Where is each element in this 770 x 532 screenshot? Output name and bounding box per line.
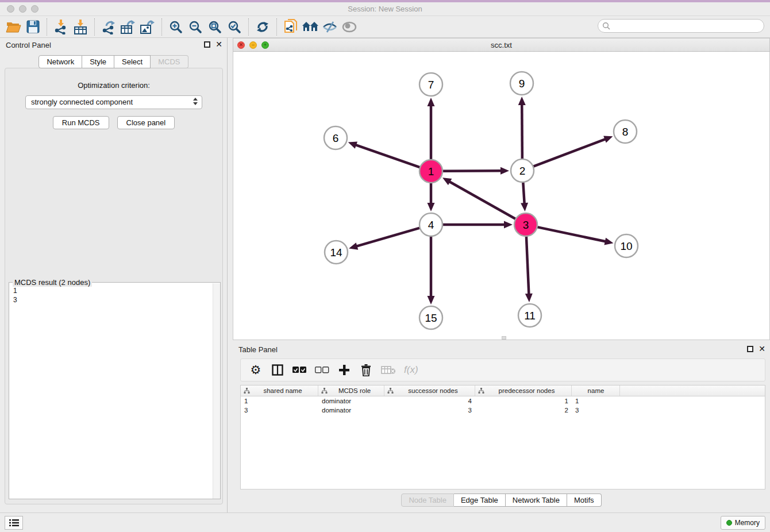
column-header-name[interactable]: name (572, 385, 620, 396)
select-all-columns-button[interactable] (292, 362, 307, 378)
graph-edge-4-14[interactable] (356, 228, 420, 246)
graphics-details-button[interactable] (320, 18, 340, 36)
export-table-button[interactable] (118, 18, 138, 36)
network-window-titlebar[interactable]: ✕ − + scc.txt (233, 38, 770, 52)
create-column-button[interactable] (337, 362, 351, 378)
memory-button[interactable]: Memory (721, 516, 765, 530)
close-panel-button[interactable]: Close panel (117, 116, 175, 129)
graph-node-7[interactable]: 7 (419, 73, 442, 96)
graph-node-11[interactable]: 11 (518, 304, 541, 327)
delete-table-button[interactable] (381, 362, 396, 378)
graph-node-14[interactable]: 14 (325, 241, 348, 264)
table-cell[interactable]: dominator (318, 406, 384, 415)
delete-column-button[interactable] (359, 362, 373, 378)
table-cell[interactable]: 3 (241, 406, 318, 415)
duplicate-network-button[interactable] (281, 18, 301, 36)
graph-edge-3-1[interactable] (449, 182, 515, 219)
toolbar-separator (248, 18, 249, 36)
close-table-panel-icon[interactable]: ✕ (759, 346, 765, 352)
zoom-selected-button[interactable] (225, 18, 244, 36)
result-item[interactable]: 3 (13, 295, 213, 304)
table-cell[interactable]: 4 (384, 396, 475, 406)
table-row[interactable]: 3dominator323 (241, 406, 765, 415)
float-table-panel-icon[interactable] (747, 346, 753, 352)
tab-select[interactable]: Select (114, 55, 151, 68)
optimization-criterion-value: strongly connected component (31, 98, 133, 106)
task-history-button[interactable] (5, 516, 23, 530)
search-input[interactable] (598, 19, 764, 33)
svg-text:7: 7 (428, 79, 434, 91)
tab-node-table[interactable]: Node Table (401, 494, 454, 507)
deselect-all-columns-button[interactable] (315, 362, 329, 378)
control-panel-header: Control Panel ✕ (0, 38, 227, 53)
graph-edge-2-9[interactable] (522, 104, 522, 159)
table-cell[interactable]: 1 (241, 396, 318, 406)
tab-motifs[interactable]: Motifs (567, 494, 602, 507)
zoom-out-button[interactable] (186, 18, 205, 36)
float-panel-icon[interactable] (204, 41, 210, 48)
table-cell[interactable]: 3 (384, 406, 475, 415)
canvas-resize-grip[interactable] (502, 336, 506, 340)
export-image-button[interactable] (138, 18, 157, 36)
open-session-button[interactable] (3, 18, 23, 36)
graph-node-2[interactable]: 2 (511, 159, 534, 182)
list-icon (9, 519, 19, 527)
mcds-tab-content: Optimization criterion: strongly connect… (5, 68, 223, 504)
graph-node-3[interactable]: 3 (514, 213, 537, 236)
refresh-layout-button[interactable] (253, 18, 272, 36)
graph-edge-2-8[interactable] (533, 139, 606, 167)
export-network-button[interactable] (99, 18, 118, 36)
table-panel-tabs: Node TableEdge TableNetwork TableMotifs (233, 494, 770, 507)
graph-node-8[interactable]: 8 (614, 120, 637, 143)
hide-panel-button[interactable] (340, 18, 359, 36)
graph-edge-1-6[interactable] (355, 145, 420, 168)
show-columns-button[interactable] (271, 362, 284, 378)
graph-node-6[interactable]: 6 (324, 126, 347, 149)
table-settings-button[interactable]: ⚙ (249, 362, 263, 378)
column-header-successor-nodes[interactable]: successor nodes (384, 385, 475, 396)
svg-text:3: 3 (523, 219, 529, 231)
function-builder-button[interactable]: f(x) (404, 362, 418, 378)
table-row[interactable]: 1dominator411 (241, 396, 765, 406)
graph-edge-3-11[interactable] (526, 236, 529, 295)
zoom-fit-button[interactable] (205, 18, 225, 36)
table-cell[interactable]: 1 (572, 396, 620, 406)
result-item[interactable]: 1 (13, 286, 213, 295)
node-table[interactable]: shared nameMCDS rolesuccessor nodesprede… (240, 385, 765, 489)
table-cell[interactable]: 3 (572, 406, 620, 415)
graph-edge-arrowhead (428, 296, 435, 304)
network-canvas[interactable]: 7968124314101511 (233, 52, 770, 340)
graph-node-4[interactable]: 4 (419, 213, 442, 236)
graph-edge-arrowhead (348, 141, 357, 148)
result-scrollbar[interactable] (213, 283, 220, 499)
tab-network[interactable]: Network (38, 55, 82, 68)
control-panel: Control Panel ✕ NetworkStyleSelectMCDS O… (0, 38, 228, 512)
tab-edge-table[interactable]: Edge Table (454, 494, 506, 507)
column-header-MCDS-role[interactable]: MCDS role (318, 385, 384, 396)
graph-node-15[interactable]: 15 (419, 306, 442, 329)
graph-node-9[interactable]: 9 (510, 72, 533, 95)
column-header-predecessor-nodes[interactable]: predecessor nodes (475, 385, 572, 396)
checked-checkboxes-icon (292, 367, 307, 373)
graph-edge-2-3[interactable] (523, 182, 524, 204)
close-panel-icon[interactable]: ✕ (215, 41, 222, 48)
houses-button[interactable] (301, 18, 320, 36)
tab-style[interactable]: Style (82, 55, 114, 68)
graph-edge-1-2[interactable] (442, 171, 502, 171)
graph-node-1[interactable]: 1 (419, 160, 442, 183)
column-header-shared-name[interactable]: shared name (241, 385, 318, 396)
save-session-button[interactable] (23, 18, 43, 36)
import-table-button[interactable] (71, 18, 90, 36)
tab-mcds[interactable]: MCDS (151, 55, 188, 68)
zoom-in-button[interactable] (166, 18, 186, 36)
graph-node-10[interactable]: 10 (615, 234, 638, 257)
import-network-button[interactable] (51, 18, 71, 36)
tab-network-table[interactable]: Network Table (506, 494, 567, 507)
mcds-result-list[interactable]: 13 (9, 283, 213, 499)
optimization-criterion-select[interactable]: strongly connected component (25, 95, 202, 109)
table-cell[interactable]: 1 (475, 396, 572, 406)
table-cell[interactable]: dominator (318, 396, 384, 406)
graph-edge-3-10[interactable] (537, 227, 606, 241)
run-mcds-button[interactable]: Run MCDS (53, 116, 109, 129)
table-cell[interactable]: 2 (475, 406, 572, 415)
